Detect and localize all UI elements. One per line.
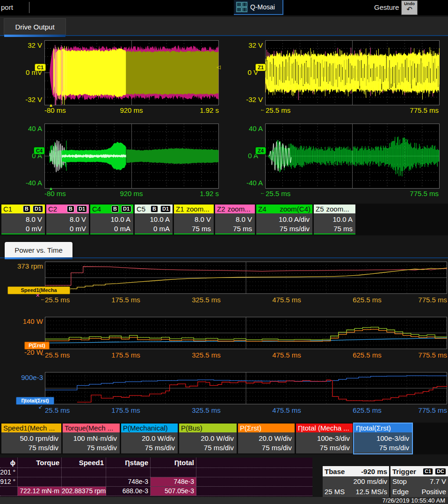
x-axis-label: 475.5 ms [268, 351, 305, 359]
descriptor-p-mechanical[interactable]: P(Mechanical) 20.0 W/div75 ms/div [121, 424, 178, 453]
channel-name: C1 [3, 205, 12, 213]
vertical-scale: 8.0 V [1, 215, 42, 224]
y-axis-label: 32 V [14, 41, 42, 49]
offset-value: 0 mV [46, 224, 86, 234]
trigger-mode: Stop [392, 476, 407, 487]
y-axis-label: -32 V [235, 95, 263, 103]
x-axis-label: 475.5 ms [268, 406, 305, 414]
channel-name: Z4 [258, 205, 267, 213]
waveform-grid-z4[interactable] [265, 124, 440, 189]
time-scale: 75 ms/div [238, 443, 292, 453]
descriptor-torque[interactable]: Torque(Mech ... 100 mN·m/div75 ms/div [63, 424, 120, 453]
x-axis-label: -80 ms [44, 190, 82, 197]
waveform-grid-c1[interactable] [44, 40, 219, 105]
waveform-grid-c4[interactable] [44, 124, 219, 189]
cell-speed1: 202.88375 rpm [62, 487, 106, 496]
column-header-torque: Torque [18, 458, 62, 467]
x-axis-label: 625.5 ms [348, 406, 386, 414]
qmosaic-button[interactable]: Q-Mosai [234, 0, 283, 15]
descriptor-z5[interactable]: Z5 zoom... 10.0 A75 ms [314, 205, 355, 234]
time-scale: 75 ms/div [179, 443, 234, 453]
vertical-scale: 8.0 V [174, 215, 211, 224]
cell-speed1 [62, 477, 106, 486]
column-header-speed1: Speed1 [62, 458, 106, 467]
x-axis-label: 25.5 ms [45, 351, 82, 359]
timebase-title: Tbase [325, 467, 345, 475]
time-scale: 75 ms [174, 224, 211, 234]
vertical-scale: 10.0 A [135, 215, 170, 224]
menu-item-support[interactable]: port [1, 3, 13, 11]
strip-speed-torque[interactable] [45, 262, 447, 294]
channel-offset-badge-c4[interactable]: C4 [34, 147, 45, 154]
channel-descriptor-row: C1 B D1 8.0 V0 mV C2 B D1 8.0 V0 mV C4 B… [0, 204, 448, 235]
digital-badge: D1 [33, 205, 43, 212]
descriptor-z4[interactable]: Z4 zoom(C4) 10.0 A/div75 ms/div [256, 205, 312, 234]
pan-down-left-arrow: ↙ [38, 404, 43, 409]
trigger-box[interactable]: Trigger C1 DC Stop7.7 V EdgePositive [390, 466, 448, 497]
y-axis-label: 0 V [230, 68, 258, 76]
strip-power[interactable] [45, 317, 447, 349]
gesture-label: Gesture [374, 3, 399, 11]
y-axis-label: -40 A [14, 179, 42, 187]
channel-offset-badge-c1[interactable]: C1 [35, 64, 46, 71]
descriptor-p-bus[interactable]: P(Bus) 20.0 W/div75 ms/div [179, 424, 237, 453]
vertical-scale: 50.0 rpm/div [1, 434, 58, 443]
channel-offset-badge-z4[interactable]: Z4 [255, 147, 266, 154]
cell-phi [0, 487, 18, 496]
tab-power-vs-time[interactable]: Power vs. Time [5, 242, 72, 258]
trigger-slope: Positive [421, 487, 446, 497]
strip-efficiency[interactable] [45, 372, 447, 404]
x-axis-label: 625.5 ms [348, 351, 386, 359]
descriptor-eta-total-mech[interactable]: Ƞtotal (Mecha ... 100e-3/div75 ms/div [296, 424, 353, 453]
y-axis-label: 32 V [235, 41, 263, 49]
time-scale: 75 ms/div [121, 443, 175, 453]
tab-drive-output[interactable]: Drive Output [4, 18, 66, 35]
timebase-box[interactable]: Tbase -920 ms 200 ms/div 25 MS12.5 MS/s [323, 466, 389, 497]
waveform-grid-z1[interactable] [265, 40, 440, 105]
vertical-scale: 20.0 W/div [238, 434, 292, 443]
offset-value: 0 mA [90, 224, 130, 234]
digital-badge: D1 [77, 205, 87, 212]
x-axis-label: 25.5 ms [45, 406, 82, 414]
time-scale: 75 ms/div [1, 443, 58, 453]
drive-output-tabbar: Drive Output [0, 17, 448, 36]
y-axis-label: 40 A [235, 124, 263, 132]
descriptor-p-sigma-rst[interactable]: P(Σrst) 20.0 W/div75 ms/div [238, 424, 295, 453]
cell-speed1 [62, 468, 106, 477]
column-header-eta-stage: Ƞstage [106, 458, 151, 467]
cell-torque: 722.12 mN·m [18, 487, 62, 496]
table-row: 722.12 mN·m 202.88375 rpm 688.0e-3 507.0… [0, 487, 312, 496]
x-axis-label: 475.5 ms [268, 296, 305, 304]
pan-left-arrow: ← [260, 107, 265, 112]
vertical-scale: 10.0 A/div [256, 215, 310, 224]
descriptor-c5[interactable]: C5 B D1 10.0 A0 mA [135, 205, 173, 234]
undo-button[interactable]: Undo ↶ [401, 0, 418, 15]
channel-name: C5 [137, 205, 145, 213]
channel-offset-badge-z1[interactable]: Z1 [255, 64, 266, 71]
cell-eta-total: 507.05e-3 [151, 487, 196, 496]
descriptor-z2[interactable]: Z2 zoom... 8.0 V75 ms [215, 205, 255, 234]
trigger-level-marker[interactable]: ◁ [217, 65, 220, 70]
descriptor-c2[interactable]: C2 B D1 8.0 V0 mV [46, 205, 89, 234]
descriptor-speed1[interactable]: Speed1(Mech ... 50.0 rpm/div75 ms/div [1, 424, 61, 453]
math-name: Torque(Mech ... [65, 424, 113, 432]
math-name: P(Bus) [181, 424, 202, 432]
x-axis-label: 775.5 ms [401, 106, 439, 114]
time-scale: 75 ms/div [354, 443, 409, 453]
vertical-scale: 8.0 V [215, 215, 252, 224]
descriptor-c4[interactable]: C4 B D1 10.0 A0 mA [90, 205, 133, 234]
x-axis-label: 1.92 s [181, 190, 219, 197]
digital-badge: D1 [121, 205, 131, 212]
x-axis-label: 25.5 ms [266, 190, 303, 197]
channel-name: C4 [92, 205, 101, 213]
time-scale: 75 ms/div [256, 224, 310, 234]
descriptor-z1[interactable]: Z1 zoom... 8.0 V75 ms [174, 205, 214, 234]
pan-left-arrow: ← [260, 190, 265, 195]
x-axis-label: 175.5 ms [107, 406, 145, 414]
descriptor-eta-total-sigma-rst[interactable]: Ƞtotal(Σrst) 100e-3/div75 ms/div [354, 424, 412, 453]
trigger-coupling-badge: DC [435, 468, 446, 475]
strip-badge-eta-total[interactable]: Ƞtotal(Σrst) [16, 397, 54, 405]
table-header-row: ϕ Torque Speed1 Ƞstage Ƞtotal [0, 458, 312, 468]
descriptor-c1[interactable]: C1 B D1 8.0 V0 mV [1, 205, 45, 234]
cell-eta-stage: 688.0e-3 [106, 487, 151, 496]
